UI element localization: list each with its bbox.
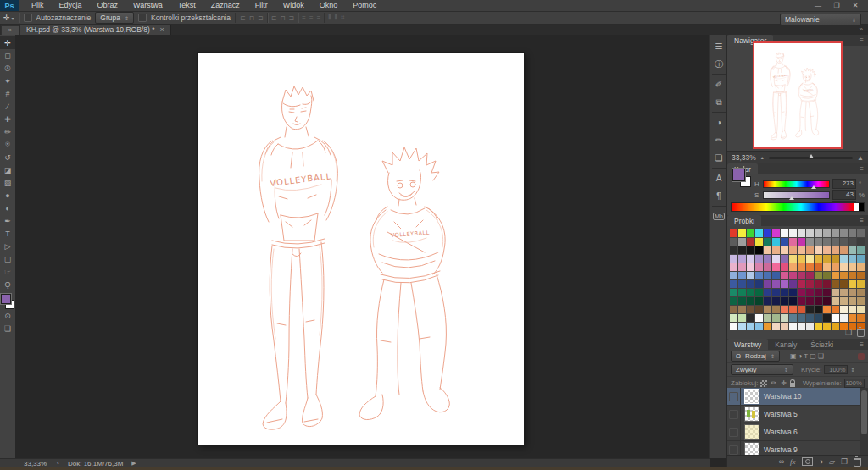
swatch[interactable] xyxy=(781,255,788,263)
tab-warstwy[interactable]: Warstwy xyxy=(727,339,768,350)
swatch[interactable] xyxy=(730,255,737,263)
swatch[interactable] xyxy=(755,238,763,246)
swatch[interactable] xyxy=(772,263,780,271)
swatch[interactable] xyxy=(764,323,771,330)
swatch[interactable] xyxy=(849,263,856,271)
swatch[interactable] xyxy=(755,263,763,271)
swatch[interactable] xyxy=(815,306,822,313)
align-button-11[interactable]: ⌗ xyxy=(341,14,345,22)
swatch[interactable] xyxy=(798,272,805,279)
zoom-tool[interactable]: Ǫ xyxy=(0,278,15,290)
swatch[interactable] xyxy=(730,229,737,237)
align-button-2[interactable]: ⊐ xyxy=(258,14,264,22)
properties-icon[interactable]: ☰ xyxy=(710,37,727,55)
s-value[interactable]: 43 xyxy=(832,190,856,200)
character-icon[interactable]: A xyxy=(710,169,727,187)
swatch[interactable] xyxy=(832,323,839,330)
panel-menu-icon[interactable]: ≡ xyxy=(860,340,864,350)
layer-row[interactable]: Warstwa 6 xyxy=(727,423,860,441)
swatch[interactable] xyxy=(815,272,822,279)
swatch[interactable] xyxy=(815,297,822,305)
swatch[interactable] xyxy=(798,306,805,313)
swatch[interactable] xyxy=(755,280,763,288)
swatch[interactable] xyxy=(781,280,788,288)
layer-visibility-cell[interactable] xyxy=(727,406,741,423)
adjustment-layer-icon[interactable]: ◑ xyxy=(819,457,823,466)
swatch[interactable] xyxy=(840,246,848,254)
screen-mode-icon[interactable]: ❏ xyxy=(0,322,15,335)
swatch[interactable] xyxy=(849,246,856,254)
swatch[interactable] xyxy=(730,238,737,246)
swatch[interactable] xyxy=(789,272,797,279)
menu-tekst[interactable]: Tekst xyxy=(170,0,203,11)
marquee-tool[interactable]: ◻ xyxy=(0,49,15,62)
pen-tool[interactable]: ✒ xyxy=(0,214,15,227)
tab-close-icon[interactable]: × xyxy=(159,25,164,34)
swatch[interactable] xyxy=(730,323,737,330)
align-button-6[interactable]: ≡ xyxy=(302,14,306,22)
swatch[interactable] xyxy=(730,272,737,279)
swatch[interactable] xyxy=(747,272,754,279)
swatch[interactable] xyxy=(840,289,848,296)
auto-select-checkbox[interactable] xyxy=(24,14,32,22)
panel-menu-icon[interactable]: ≡ xyxy=(860,216,864,226)
swatch[interactable] xyxy=(755,297,763,305)
swatch[interactable] xyxy=(840,229,848,237)
swatch[interactable] xyxy=(738,246,746,254)
move-tool[interactable]: ✛ xyxy=(0,36,15,49)
swatch[interactable] xyxy=(815,246,822,254)
transform-controls-checkbox[interactable] xyxy=(138,14,147,22)
swatch[interactable] xyxy=(755,272,763,279)
align-button-7[interactable]: ≡ xyxy=(309,14,314,22)
swatch[interactable] xyxy=(764,229,771,237)
swatch[interactable] xyxy=(823,314,831,322)
layer-visibility-cell[interactable] xyxy=(727,441,741,456)
brush-settings-icon[interactable]: ✐ xyxy=(710,75,727,93)
s-slider[interactable] xyxy=(763,191,830,199)
blend-mode-select[interactable]: Zwykły ⇕ xyxy=(731,364,793,375)
swatch[interactable] xyxy=(781,263,788,271)
swatch[interactable] xyxy=(832,272,839,279)
swatch[interactable] xyxy=(755,306,763,313)
swatch[interactable] xyxy=(747,246,754,254)
swatch[interactable] xyxy=(747,289,754,296)
eraser-tool[interactable]: ◪ xyxy=(0,163,15,176)
swatch[interactable] xyxy=(755,323,763,330)
zoom-out-icon[interactable]: ▲ xyxy=(760,155,765,160)
shape-tool[interactable]: ▢ xyxy=(0,252,15,265)
swatch[interactable] xyxy=(806,306,814,313)
swatch[interactable] xyxy=(781,272,788,279)
new-layer-icon[interactable]: ❐ xyxy=(841,457,848,466)
foreground-color-swatch[interactable] xyxy=(1,294,11,304)
layer-row[interactable]: Warstwa 5 xyxy=(727,406,860,423)
swatch[interactable] xyxy=(849,289,856,296)
crop-tool[interactable]: # xyxy=(0,87,15,100)
swatch[interactable] xyxy=(832,246,839,254)
menu-plik[interactable]: Plik xyxy=(24,0,52,11)
swatch[interactable] xyxy=(764,280,771,288)
swatch[interactable] xyxy=(747,255,754,263)
swatch[interactable] xyxy=(849,255,856,263)
swatch[interactable] xyxy=(772,289,780,296)
swatch[interactable] xyxy=(806,255,814,263)
align-button-9[interactable]: ⫴ xyxy=(328,14,331,22)
swatch[interactable] xyxy=(730,306,737,313)
swatch[interactable] xyxy=(823,238,831,246)
swatch[interactable] xyxy=(738,229,746,237)
align-button-5[interactable]: ⊐ xyxy=(289,14,295,22)
swatch[interactable] xyxy=(798,323,805,330)
swatch[interactable] xyxy=(798,238,805,246)
swatch[interactable] xyxy=(764,306,771,313)
swatch[interactable] xyxy=(755,246,763,254)
filter-icon-2[interactable]: T xyxy=(804,352,808,360)
navigator-zoom-value[interactable]: 33,33% xyxy=(732,153,756,162)
swatch[interactable] xyxy=(781,238,788,246)
swatch[interactable] xyxy=(806,263,814,271)
opacity-caret-icon[interactable]: ⇕ xyxy=(850,367,854,373)
layer-row[interactable]: Warstwa 9 xyxy=(727,441,860,456)
zoom-in-icon[interactable]: ▲ xyxy=(857,154,864,162)
swatch[interactable] xyxy=(798,314,805,322)
swatch[interactable] xyxy=(857,314,865,322)
swatch[interactable] xyxy=(772,238,780,246)
swatch[interactable] xyxy=(789,238,797,246)
